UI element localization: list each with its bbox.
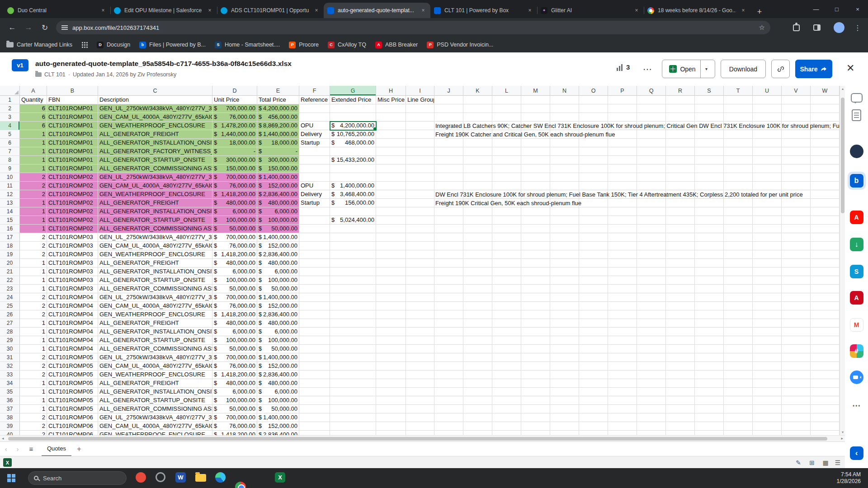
cell-S24[interactable]	[695, 293, 724, 302]
cell-V33[interactable]	[782, 371, 811, 379]
cell-N37[interactable]	[550, 405, 579, 413]
cell-F5[interactable]: Delivery	[299, 130, 330, 139]
cell-P6[interactable]	[608, 139, 637, 147]
cell-S36[interactable]	[695, 396, 724, 405]
cell-A1[interactable]: Quantity	[20, 96, 47, 104]
cell-F36[interactable]	[299, 396, 330, 405]
cell-P21[interactable]	[608, 267, 637, 276]
cell-L21[interactable]	[492, 267, 521, 276]
copy-link-button[interactable]	[771, 60, 790, 78]
cell-B5[interactable]: CLT101ROMP01	[47, 130, 98, 139]
cell-R27[interactable]	[666, 319, 695, 328]
close-preview-icon[interactable]: ✕	[846, 62, 854, 74]
cell-E36[interactable]: $100,000.00	[257, 396, 299, 405]
cell-H27[interactable]	[376, 319, 406, 328]
cell-H17[interactable]	[376, 233, 406, 242]
cell-P7[interactable]	[608, 147, 637, 156]
open-split-button[interactable]: Open ▾	[662, 60, 715, 78]
cell-H22[interactable]	[376, 276, 406, 285]
row-header-3[interactable]: 3	[0, 113, 20, 122]
col-header-F[interactable]: F	[299, 86, 330, 96]
cell-Q25[interactable]	[637, 302, 666, 310]
cell-K25[interactable]	[463, 302, 492, 310]
cell-T21[interactable]	[724, 267, 753, 276]
cell-E15[interactable]: $100,000.00	[257, 216, 299, 225]
cell-L23[interactable]	[492, 285, 521, 293]
cell-A34[interactable]: 1	[20, 379, 47, 388]
cell-B39[interactable]: CLT101ROMP06	[47, 422, 98, 431]
cell-Q28[interactable]	[637, 328, 666, 336]
cell-J11[interactable]	[434, 182, 463, 190]
cell-B15[interactable]: CLT101ROMP02	[47, 216, 98, 225]
cell-O8[interactable]	[579, 156, 608, 164]
cell-N26[interactable]	[550, 310, 579, 319]
cell-R29[interactable]	[666, 336, 695, 345]
window-maximize-button[interactable]: □	[826, 0, 847, 18]
row-header-1[interactable]: 1	[0, 96, 20, 104]
cell-T9[interactable]	[724, 164, 753, 173]
cell-H6[interactable]	[376, 139, 406, 147]
cell-J3[interactable]	[434, 113, 463, 122]
cell-N15[interactable]	[550, 216, 579, 225]
cell-C2[interactable]: GEN_UL_2750kW/3438kVA_480Y/277V_3P	[98, 104, 212, 113]
scroll-right-icon[interactable]: ▸	[841, 436, 843, 441]
sidebar-app-zoom[interactable]	[845, 371, 868, 384]
cell-M6[interactable]	[521, 139, 550, 147]
sidebar-app-download[interactable]: ↓	[845, 238, 868, 251]
cell-I30[interactable]	[406, 345, 434, 353]
cell-C12[interactable]: GEN_WEATHERPROOF_ENCLOSURE	[98, 190, 212, 199]
cell-Q29[interactable]	[637, 336, 666, 345]
cell-F8[interactable]	[299, 156, 330, 164]
browser-tab[interactable]: Duo Central×	[4, 3, 110, 18]
cell-V36[interactable]	[782, 396, 811, 405]
cell-F25[interactable]	[299, 302, 330, 310]
cell-L34[interactable]	[492, 379, 521, 388]
cell-C4[interactable]: GEN_WEATHERPROOF_ENCLOSURE	[98, 122, 212, 130]
bookmark-item[interactable]: CCxAlloy TQ	[328, 42, 366, 48]
cell-J25[interactable]	[434, 302, 463, 310]
cell-H21[interactable]	[376, 267, 406, 276]
cell-U3[interactable]	[753, 113, 782, 122]
cell-C22[interactable]: ALL_GENERATOR_STARTUP_ONSITE	[98, 276, 212, 285]
cell-K18[interactable]	[463, 242, 492, 250]
row-header-35[interactable]: 35	[0, 388, 20, 396]
cell-G37[interactable]	[330, 405, 376, 413]
cell-O21[interactable]	[579, 267, 608, 276]
cell-E10[interactable]: $1,400,000.00	[257, 173, 299, 182]
cell-C37[interactable]: ALL_GENERATOR_COMMISSIONING ASSIS	[98, 405, 212, 413]
col-header-T[interactable]: T	[724, 86, 753, 96]
cell-V37[interactable]	[782, 405, 811, 413]
cell-G9[interactable]	[330, 164, 376, 173]
cell-S3[interactable]	[695, 113, 724, 122]
cell-I7[interactable]	[406, 147, 434, 156]
cell-E32[interactable]: $152,000.00	[257, 362, 299, 371]
cell-R1[interactable]	[666, 96, 695, 104]
cell-U34[interactable]	[753, 379, 782, 388]
cell-W8[interactable]	[811, 156, 840, 164]
cell-N28[interactable]	[550, 328, 579, 336]
cell-L30[interactable]	[492, 345, 521, 353]
cell-B25[interactable]: CLT101ROMP04	[47, 302, 98, 310]
cell-Q30[interactable]	[637, 345, 666, 353]
cell-T22[interactable]	[724, 276, 753, 285]
cell-J40[interactable]	[434, 431, 463, 435]
cell-D31[interactable]: $700,000.00	[212, 353, 257, 362]
row-header-40[interactable]: 40	[0, 431, 20, 435]
cell-U35[interactable]	[753, 388, 782, 396]
cell-B8[interactable]: CLT101ROMP01	[47, 156, 98, 164]
cell-V24[interactable]	[782, 293, 811, 302]
cell-S23[interactable]	[695, 285, 724, 293]
cell-T15[interactable]	[724, 216, 753, 225]
cell-Q32[interactable]	[637, 362, 666, 371]
cell-A9[interactable]: 1	[20, 164, 47, 173]
cell-H35[interactable]	[376, 388, 406, 396]
cell-I18[interactable]	[406, 242, 434, 250]
cell-I33[interactable]	[406, 371, 434, 379]
cell-L18[interactable]	[492, 242, 521, 250]
view-count[interactable]: 3	[616, 63, 630, 71]
cell-W31[interactable]	[811, 353, 840, 362]
cell-K28[interactable]	[463, 328, 492, 336]
row-header-16[interactable]: 16	[0, 225, 20, 233]
cell-N32[interactable]	[550, 362, 579, 371]
annotate-icon[interactable]: ✎	[794, 458, 803, 467]
